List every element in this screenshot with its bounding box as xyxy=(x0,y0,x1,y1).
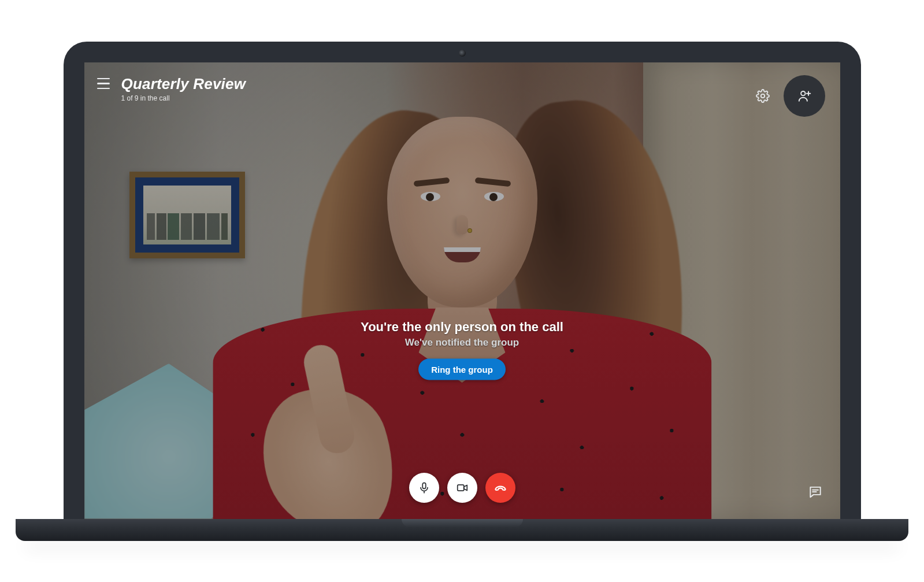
settings-button[interactable] xyxy=(755,88,771,104)
call-subtitle: 1 of 9 in the call xyxy=(121,94,246,102)
laptop-mockup: Quarterly Review 1 of 9 in the call xyxy=(64,42,861,541)
svg-rect-4 xyxy=(422,483,426,488)
gear-icon xyxy=(756,89,770,103)
laptop-bezel: Quarterly Review 1 of 9 in the call xyxy=(64,42,861,519)
ring-group-label: Ring the group xyxy=(431,365,493,375)
status-heading: You're the only person on the call xyxy=(84,320,840,335)
microphone-icon xyxy=(418,481,431,494)
svg-rect-6 xyxy=(457,484,463,490)
video-icon xyxy=(456,481,469,494)
ring-group-button[interactable]: Ring the group xyxy=(418,359,506,380)
hangup-button[interactable] xyxy=(485,473,515,503)
add-person-button[interactable] xyxy=(784,75,825,117)
svg-point-0 xyxy=(760,94,764,97)
call-title-block: Quarterly Review 1 of 9 in the call xyxy=(121,76,246,102)
app-screen: Quarterly Review 1 of 9 in the call xyxy=(84,62,840,519)
chat-button[interactable] xyxy=(808,484,823,499)
menu-button[interactable] xyxy=(96,76,111,91)
svg-marker-7 xyxy=(463,485,467,490)
call-controls xyxy=(409,473,515,503)
add-person-icon xyxy=(797,88,812,103)
video-button[interactable] xyxy=(447,473,477,503)
chat-icon xyxy=(808,484,823,499)
call-status-block: You're the only person on the call We've… xyxy=(84,320,840,380)
hangup-icon xyxy=(493,481,507,495)
svg-point-1 xyxy=(801,91,805,95)
call-title: Quarterly Review xyxy=(121,76,246,92)
status-subheading: We've notified the group xyxy=(84,337,840,349)
laptop-camera xyxy=(459,50,466,57)
mute-button[interactable] xyxy=(409,473,439,503)
laptop-base xyxy=(16,519,909,541)
